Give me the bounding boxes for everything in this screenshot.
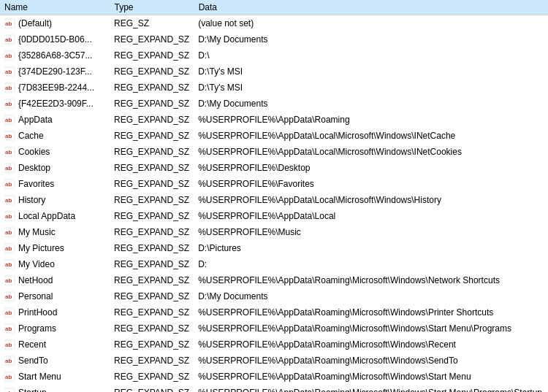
registry-table: Name Type Data ab (Default) REG_SZ (valu… <box>0 0 548 392</box>
table-row[interactable]: ab Desktop REG_EXPAND_SZ %USERPROFILE%\D… <box>0 160 548 176</box>
row-type: REG_EXPAND_SZ <box>110 288 194 304</box>
registry-value-icon: ab <box>4 146 16 158</box>
registry-value-icon: ab <box>4 34 16 45</box>
row-data: D: <box>194 256 548 272</box>
svg-text:ab: ab <box>5 133 12 139</box>
table-row[interactable]: ab Local AppData REG_EXPAND_SZ %USERPROF… <box>0 208 548 224</box>
row-name: ab {374DE290-123F... <box>0 64 110 80</box>
svg-text:ab: ab <box>5 310 12 316</box>
table-row[interactable]: ab Favorites REG_EXPAND_SZ %USERPROFILE%… <box>0 176 548 192</box>
row-data: %USERPROFILE%\AppData\Roaming\Microsoft\… <box>194 272 548 288</box>
svg-text:ab: ab <box>5 358 12 364</box>
table-row[interactable]: ab History REG_EXPAND_SZ %USERPROFILE%\A… <box>0 192 548 208</box>
table-row[interactable]: ab Recent REG_EXPAND_SZ %USERPROFILE%\Ap… <box>0 337 548 353</box>
row-name: ab {35286A68-3C57... <box>0 47 110 64</box>
table-row[interactable]: ab {35286A68-3C57... REG_EXPAND_SZ D:\ <box>0 47 548 64</box>
row-data: %USERPROFILE%\AppData\Roaming\Microsoft\… <box>194 337 548 353</box>
table-row[interactable]: ab SendTo REG_EXPAND_SZ %USERPROFILE%\Ap… <box>0 353 548 369</box>
row-data: %USERPROFILE%\AppData\Roaming\Microsoft\… <box>194 304 548 320</box>
registry-value-icon: ab <box>4 339 16 350</box>
table-row[interactable]: ab (Default) REG_SZ (value not set) <box>0 15 548 32</box>
header-data: Data <box>194 0 548 15</box>
table-row[interactable]: ab {F42EE2D3-909F... REG_EXPAND_SZ D:\My… <box>0 96 548 112</box>
svg-text:ab: ab <box>5 326 12 332</box>
row-data: %USERPROFILE%\AppData\Roaming\Microsoft\… <box>194 369 548 385</box>
row-data: %USERPROFILE%\Favorites <box>194 176 548 192</box>
row-type: REG_EXPAND_SZ <box>110 369 194 385</box>
row-name: ab My Video <box>0 256 110 272</box>
row-data: D:\Pictures <box>194 240 548 256</box>
row-type: REG_SZ <box>110 15 194 32</box>
svg-text:ab: ab <box>5 20 12 27</box>
registry-value-icon: ab <box>4 18 16 29</box>
table-row[interactable]: ab My Pictures REG_EXPAND_SZ D:\Pictures <box>0 240 548 256</box>
row-type: REG_EXPAND_SZ <box>110 337 194 353</box>
row-name: ab Desktop <box>0 160 110 176</box>
table-row[interactable]: ab Programs REG_EXPAND_SZ %USERPROFILE%\… <box>0 320 548 337</box>
row-name: ab PrintHood <box>0 304 110 320</box>
svg-text:ab: ab <box>5 101 12 107</box>
svg-text:ab: ab <box>5 293 12 300</box>
row-type: REG_EXPAND_SZ <box>110 208 194 224</box>
svg-text:ab: ab <box>5 374 12 380</box>
row-name: ab History <box>0 192 110 208</box>
row-type: REG_EXPAND_SZ <box>110 47 194 64</box>
registry-value-icon: ab <box>4 82 16 93</box>
registry-value-icon: ab <box>4 291 16 302</box>
row-data: %USERPROFILE%\AppData\Roaming <box>194 112 548 128</box>
row-type: REG_EXPAND_SZ <box>110 304 194 320</box>
row-type: REG_EXPAND_SZ <box>110 80 194 96</box>
row-name: ab Cookies <box>0 144 110 160</box>
row-data: %USERPROFILE%\AppData\Roaming\Microsoft\… <box>194 353 548 369</box>
registry-value-icon: ab <box>4 194 16 206</box>
row-name: ab (Default) <box>0 15 110 32</box>
row-name: ab {0DDD015D-B06... <box>0 31 110 47</box>
svg-text:ab: ab <box>5 261 12 268</box>
registry-value-icon: ab <box>4 178 16 190</box>
table-row[interactable]: ab Startup REG_EXPAND_SZ %USERPROFILE%\A… <box>0 385 548 392</box>
table-row[interactable]: ab Cookies REG_EXPAND_SZ %USERPROFILE%\A… <box>0 144 548 160</box>
table-row[interactable]: ab NetHood REG_EXPAND_SZ %USERPROFILE%\A… <box>0 272 548 288</box>
svg-text:ab: ab <box>5 149 12 155</box>
row-data: D:\My Documents <box>194 31 548 47</box>
registry-value-icon: ab <box>4 114 16 126</box>
registry-value-icon: ab <box>4 242 16 254</box>
svg-text:ab: ab <box>5 165 12 172</box>
table-row[interactable]: ab {7D83EE9B-2244... REG_EXPAND_SZ D:\Ty… <box>0 80 548 96</box>
registry-value-icon: ab <box>4 66 16 77</box>
table-row[interactable]: ab {374DE290-123F... REG_EXPAND_SZ D:\Ty… <box>0 64 548 80</box>
row-type: REG_EXPAND_SZ <box>110 176 194 192</box>
table-row[interactable]: ab Start Menu REG_EXPAND_SZ %USERPROFILE… <box>0 369 548 385</box>
row-type: REG_EXPAND_SZ <box>110 128 194 144</box>
row-name: ab {7D83EE9B-2244... <box>0 80 110 96</box>
table-row[interactable]: ab PrintHood REG_EXPAND_SZ %USERPROFILE%… <box>0 304 548 320</box>
table-row[interactable]: ab My Video REG_EXPAND_SZ D: <box>0 256 548 272</box>
row-type: REG_EXPAND_SZ <box>110 385 194 392</box>
registry-value-icon: ab <box>4 274 16 286</box>
row-type: REG_EXPAND_SZ <box>110 64 194 80</box>
row-data: %USERPROFILE%\AppData\Local <box>194 208 548 224</box>
row-name: ab SendTo <box>0 353 110 369</box>
table-row[interactable]: ab My Music REG_EXPAND_SZ %USERPROFILE%\… <box>0 224 548 240</box>
row-name: ab AppData <box>0 112 110 128</box>
table-row[interactable]: ab {0DDD015D-B06... REG_EXPAND_SZ D:\My … <box>0 31 548 47</box>
svg-text:ab: ab <box>5 181 12 188</box>
row-type: REG_EXPAND_SZ <box>110 272 194 288</box>
row-data: (value not set) <box>194 15 548 32</box>
row-name: ab Local AppData <box>0 208 110 224</box>
row-name: ab Programs <box>0 320 110 337</box>
row-data: %USERPROFILE%\AppData\Roaming\Microsoft\… <box>194 320 548 337</box>
row-type: REG_EXPAND_SZ <box>110 320 194 337</box>
row-data: %USERPROFILE%\AppData\Local\Microsoft\Wi… <box>194 128 548 144</box>
svg-text:ab: ab <box>5 69 12 75</box>
svg-text:ab: ab <box>5 197 12 204</box>
table-row[interactable]: ab AppData REG_EXPAND_SZ %USERPROFILE%\A… <box>0 112 548 128</box>
row-type: REG_EXPAND_SZ <box>110 144 194 160</box>
header-name: Name <box>0 0 110 15</box>
row-data: D:\My Documents <box>194 288 548 304</box>
table-row[interactable]: ab Cache REG_EXPAND_SZ %USERPROFILE%\App… <box>0 128 548 144</box>
table-row[interactable]: ab Personal REG_EXPAND_SZ D:\My Document… <box>0 288 548 304</box>
row-data: D:\ <box>194 47 548 64</box>
registry-value-icon: ab <box>4 130 16 142</box>
row-data: %USERPROFILE%\AppData\Roaming\Microsoft\… <box>194 385 548 392</box>
